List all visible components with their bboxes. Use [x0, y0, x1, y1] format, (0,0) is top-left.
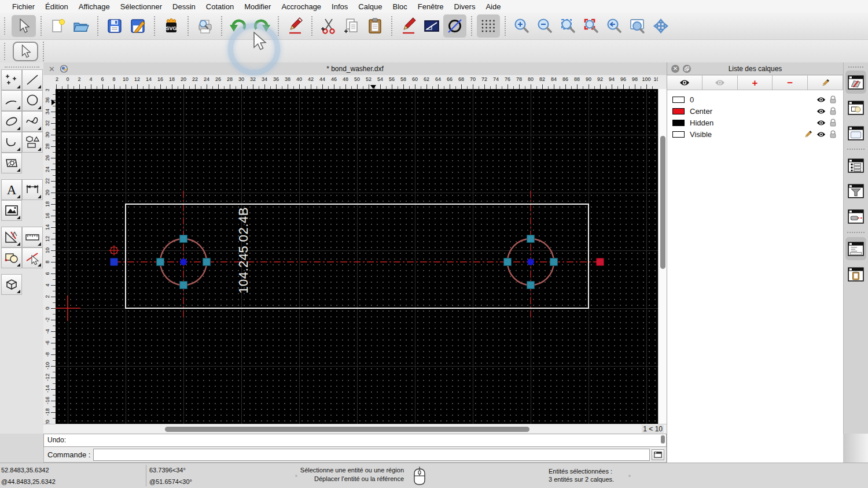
menu-item-modifier[interactable]: Modifier — [239, 2, 276, 11]
zoom-pan-button[interactable] — [649, 14, 672, 38]
paste-button[interactable] — [363, 14, 387, 38]
menu-item-selectionner[interactable]: Sélectionner — [115, 2, 167, 11]
show-all-layers-button[interactable] — [667, 75, 703, 90]
draft-mode-button[interactable] — [443, 14, 466, 38]
dock-library-browser-button[interactable] — [845, 121, 866, 145]
tool-hatch[interactable] — [1, 153, 22, 173]
drawing-canvas[interactable]: 104.245.02.4B — [56, 89, 658, 424]
menu-item-infos[interactable]: Infos — [326, 2, 353, 11]
dock-block-list-button[interactable] — [845, 96, 866, 119]
tool-image[interactable] — [1, 200, 22, 221]
undo-button[interactable] — [227, 14, 250, 38]
zoom-in-button[interactable] — [510, 14, 534, 38]
selection-handle[interactable] — [527, 235, 535, 243]
tool-3d-box[interactable] — [1, 274, 22, 295]
tool-points[interactable] — [1, 69, 22, 90]
endpoint-handle-red[interactable] — [597, 258, 604, 266]
selection-handle[interactable] — [180, 282, 187, 289]
part-number-label[interactable]: 104.245.02.4B — [236, 207, 251, 294]
select-tool-button[interactable] — [12, 15, 36, 37]
tool-deselect[interactable] — [22, 247, 43, 268]
tool-circle[interactable] — [22, 90, 43, 111]
open-file-button[interactable] — [69, 14, 93, 38]
tool-polygon-shapes[interactable] — [22, 132, 43, 153]
panel-close-button[interactable]: ✕ — [671, 65, 679, 73]
tool-ellipse[interactable] — [1, 111, 22, 132]
tool-arc[interactable] — [1, 90, 22, 111]
tool-line[interactable] — [22, 69, 43, 90]
menu-item-calque[interactable]: Calque — [353, 2, 387, 11]
eye-icon[interactable] — [816, 108, 826, 114]
hide-all-layers-button[interactable] — [703, 75, 738, 90]
menu-item-cotation[interactable]: Cotation — [201, 2, 239, 11]
zoom-window-button[interactable] — [626, 14, 649, 38]
selection-handle[interactable] — [157, 258, 164, 266]
lock-icon[interactable] — [830, 95, 836, 103]
line-attributes-button[interactable] — [420, 14, 443, 38]
layer-row-center[interactable]: Center — [667, 105, 843, 117]
circle-center-point[interactable] — [180, 258, 187, 265]
pen-attributes-button[interactable] — [397, 14, 420, 38]
layer-row-hidden[interactable]: Hidden — [667, 117, 843, 128]
endpoint-handle-blue[interactable] — [111, 258, 118, 266]
menu-item-edition[interactable]: Édition — [40, 2, 73, 11]
dock-command-line-button[interactable] — [845, 237, 866, 260]
tool-spline[interactable] — [22, 111, 43, 132]
menu-item-affichage[interactable]: Affichage — [73, 2, 115, 11]
save-as-button[interactable] — [126, 14, 149, 38]
horizontal-scrollbar-thumb[interactable] — [165, 427, 529, 432]
menu-item-accrochage[interactable]: Accrochage — [276, 2, 326, 11]
history-scrollbar[interactable] — [661, 435, 665, 445]
menu-item-dessin[interactable]: Dessin — [167, 2, 201, 11]
add-layer-button[interactable]: + — [738, 75, 773, 90]
menu-item-divers[interactable]: Divers — [449, 2, 481, 11]
eye-icon[interactable] — [816, 97, 826, 103]
tool-measure[interactable] — [22, 227, 43, 247]
tool-modify[interactable] — [1, 227, 22, 247]
copy-button[interactable] — [340, 14, 363, 38]
lock-icon[interactable] — [830, 119, 836, 127]
layer-row-visible[interactable]: Visible — [667, 128, 843, 140]
dock-pen-palette-button[interactable] — [845, 205, 866, 228]
menu-item-bloc[interactable]: Bloc — [387, 2, 412, 11]
print-preview-button[interactable] — [193, 14, 216, 38]
dock-clipboard-button[interactable] — [845, 263, 866, 286]
menu-item-aide[interactable]: Aide — [480, 2, 506, 11]
command-input[interactable] — [93, 449, 650, 461]
selection-handle[interactable] — [527, 282, 535, 289]
cut-button[interactable] — [317, 14, 340, 38]
menu-item-fichier[interactable]: Fichier — [7, 2, 40, 11]
vertical-scrollbar[interactable] — [658, 89, 667, 424]
eye-icon[interactable] — [816, 131, 826, 138]
grid-toggle-button[interactable] — [477, 14, 500, 38]
zoom-selected-button[interactable] — [580, 14, 603, 38]
washer-outline-rect[interactable] — [126, 204, 589, 308]
current-tool-select-button[interactable] — [13, 42, 38, 61]
panel-detach-button[interactable] — [683, 65, 691, 73]
tool-block[interactable] — [1, 247, 22, 268]
dock-layer-list-button[interactable] — [845, 71, 866, 94]
tool-dimension[interactable] — [22, 179, 43, 200]
delete-button[interactable] — [284, 14, 307, 38]
zoom-out-button[interactable] — [534, 14, 557, 38]
lock-icon[interactable] — [830, 130, 836, 138]
remove-layer-button[interactable]: − — [773, 75, 808, 90]
toolbar-handle[interactable] — [4, 17, 5, 35]
tool-polyline[interactable] — [1, 132, 22, 153]
zoom-auto-button[interactable] — [557, 14, 580, 38]
save-button[interactable] — [103, 14, 126, 38]
selection-handle[interactable] — [180, 235, 187, 243]
vertical-scrollbar-thumb[interactable] — [660, 136, 665, 269]
toolbar-handle[interactable] — [4, 43, 5, 60]
edit-layer-button[interactable] — [808, 75, 843, 90]
selection-handle[interactable] — [504, 258, 512, 266]
redo-button[interactable] — [250, 14, 273, 38]
selection-handle[interactable] — [550, 258, 558, 266]
circle-center-point[interactable] — [527, 258, 534, 265]
dock-selection-filter-button[interactable] — [845, 179, 866, 202]
layer-row-0[interactable]: 0 — [667, 94, 843, 105]
new-file-button[interactable] — [46, 14, 69, 38]
export-svg-button[interactable]: SVG — [160, 14, 183, 38]
lock-icon[interactable] — [830, 107, 836, 115]
selection-handle[interactable] — [203, 258, 211, 266]
